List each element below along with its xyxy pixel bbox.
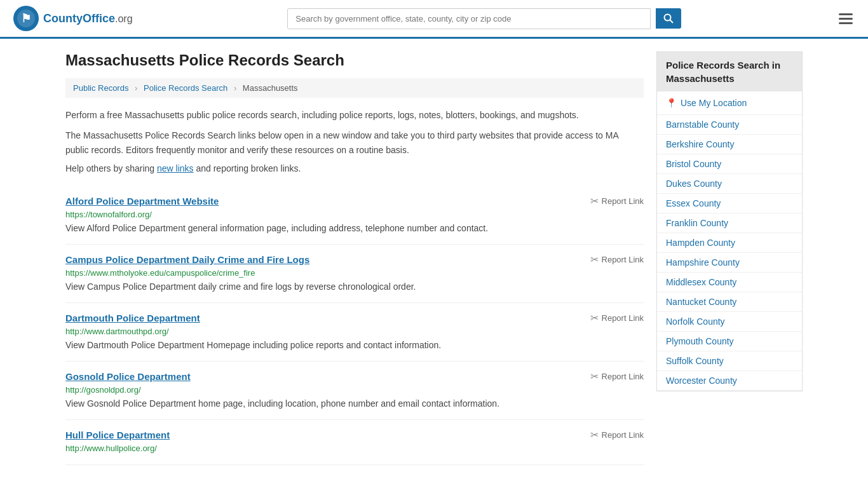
sidebar-county-9[interactable]: Nantucket County xyxy=(657,292,802,312)
result-desc-2: View Dartmouth Police Department Homepag… xyxy=(65,339,644,352)
report-label-4: Report Link xyxy=(602,430,644,440)
content-area: Massachusetts Police Records Search Publ… xyxy=(65,51,644,465)
sidebar-title: Police Records Search in Massachusetts xyxy=(657,52,802,92)
menu-button[interactable] xyxy=(836,11,855,27)
result-desc-0: View Alford Police Department general in… xyxy=(65,222,644,235)
report-label-0: Report Link xyxy=(602,196,644,206)
report-icon-2: ✂ xyxy=(590,312,599,324)
desc3-post: and reporting broken links. xyxy=(194,163,301,173)
sidebar-county-1[interactable]: Berkshire County xyxy=(657,135,802,154)
result-title-0[interactable]: Alford Police Department Website xyxy=(65,196,219,207)
description-1: Perform a free Massachusetts public poli… xyxy=(65,108,644,122)
sidebar-county-7[interactable]: Hampshire County xyxy=(657,253,802,273)
logo-name: CountyOffice xyxy=(43,12,115,25)
logo-text-area: CountyOffice.org xyxy=(43,12,133,25)
result-url-1[interactable]: https://www.mtholyoke.edu/campuspolice/c… xyxy=(65,268,644,278)
sidebar-county-5[interactable]: Franklin County xyxy=(657,214,802,233)
description-3: Help others by sharing new links and rep… xyxy=(65,163,644,173)
breadcrumb-police-records[interactable]: Police Records Search xyxy=(144,83,227,93)
sidebar-county-11[interactable]: Plymouth County xyxy=(657,332,802,351)
use-location-label: Use My Location xyxy=(681,98,747,108)
breadcrumb-state: Massachusetts xyxy=(243,83,298,93)
svg-point-3 xyxy=(665,15,671,21)
sidebar-county-12[interactable]: Suffolk County xyxy=(657,351,802,371)
result-header-2: Dartmouth Police Department ✂ Report Lin… xyxy=(65,312,644,324)
sidebar-county-8[interactable]: Middlesex County xyxy=(657,273,802,292)
search-button[interactable] xyxy=(656,8,681,29)
svg-line-4 xyxy=(670,20,674,24)
sidebar-county-2[interactable]: Bristol County xyxy=(657,154,802,174)
search-area xyxy=(287,8,681,29)
report-link-2[interactable]: ✂ Report Link xyxy=(590,312,644,324)
result-title-4[interactable]: Hull Police Department xyxy=(65,430,170,440)
result-title-1[interactable]: Campus Police Department Daily Crime and… xyxy=(65,254,309,265)
result-item: Gosnold Police Department ✂ Report Link … xyxy=(65,362,644,420)
search-input[interactable] xyxy=(287,8,651,29)
report-label-1: Report Link xyxy=(602,255,644,264)
new-links-link[interactable]: new links xyxy=(157,163,194,173)
sidebar-counties: Barnstable CountyBerkshire CountyBristol… xyxy=(657,115,802,391)
logo-icon: ⚑ xyxy=(13,5,39,32)
menu-bar-1 xyxy=(839,13,853,15)
result-header-3: Gosnold Police Department ✂ Report Link xyxy=(65,370,644,383)
result-url-0[interactable]: https://townofalford.org/ xyxy=(65,210,644,219)
sidebar-county-0[interactable]: Barnstable County xyxy=(657,115,802,135)
report-link-0[interactable]: ✂ Report Link xyxy=(590,195,644,207)
sidebar-county-4[interactable]: Essex County xyxy=(657,194,802,214)
report-icon-4: ✂ xyxy=(590,429,599,441)
location-icon: 📍 xyxy=(666,98,677,108)
report-icon-1: ✂ xyxy=(590,254,599,266)
breadcrumb: Public Records › Police Records Search ›… xyxy=(65,78,644,98)
report-link-1[interactable]: ✂ Report Link xyxy=(590,254,644,266)
desc3-pre: Help others by sharing xyxy=(65,163,157,173)
result-item: Dartmouth Police Department ✂ Report Lin… xyxy=(65,303,644,362)
report-link-4[interactable]: ✂ Report Link xyxy=(590,429,644,441)
menu-bar-3 xyxy=(839,22,853,24)
description-2: The Massachusetts Police Records Search … xyxy=(65,128,644,157)
result-url-4[interactable]: http://www.hullpolice.org/ xyxy=(65,444,644,453)
page-title: Massachusetts Police Records Search xyxy=(65,51,644,69)
sidebar-box: Police Records Search in Massachusetts 📍… xyxy=(656,51,803,391)
sidebar-county-6[interactable]: Hampden County xyxy=(657,233,802,253)
logo[interactable]: ⚑ CountyOffice.org xyxy=(13,5,133,32)
result-url-3[interactable]: http://gosnoldpd.org/ xyxy=(65,385,644,395)
sidebar: Police Records Search in Massachusetts 📍… xyxy=(656,51,803,465)
report-icon-0: ✂ xyxy=(590,195,599,207)
breadcrumb-sep-2: › xyxy=(234,83,236,93)
result-desc-3: View Gosnold Police Department home page… xyxy=(65,397,644,410)
result-item: Campus Police Department Daily Crime and… xyxy=(65,245,644,303)
breadcrumb-sep-1: › xyxy=(135,83,137,93)
results-list: Alford Police Department Website ✂ Repor… xyxy=(65,186,644,465)
report-label-3: Report Link xyxy=(602,372,644,381)
report-label-2: Report Link xyxy=(602,313,644,323)
result-url-2[interactable]: http://www.dartmouthpd.org/ xyxy=(65,327,644,336)
main-wrapper: Massachusetts Police Records Search Publ… xyxy=(53,39,815,478)
use-my-location-link[interactable]: 📍 Use My Location xyxy=(657,92,802,115)
result-header-1: Campus Police Department Daily Crime and… xyxy=(65,254,644,266)
logo-org: .org xyxy=(115,13,133,24)
sidebar-county-3[interactable]: Dukes County xyxy=(657,174,802,194)
result-desc-1: View Campus Police Department daily crim… xyxy=(65,280,644,294)
report-link-3[interactable]: ✂ Report Link xyxy=(590,370,644,383)
menu-bar-2 xyxy=(839,18,853,20)
result-title-3[interactable]: Gosnold Police Department xyxy=(65,371,191,382)
sidebar-county-10[interactable]: Norfolk County xyxy=(657,312,802,332)
sidebar-county-13[interactable]: Worcester County xyxy=(657,371,802,391)
breadcrumb-public-records[interactable]: Public Records xyxy=(73,83,128,93)
svg-text:⚑: ⚑ xyxy=(21,12,31,25)
result-item: Hull Police Department ✂ Report Link htt… xyxy=(65,420,644,465)
report-icon-3: ✂ xyxy=(590,370,599,383)
result-item: Alford Police Department Website ✂ Repor… xyxy=(65,186,644,245)
result-header-0: Alford Police Department Website ✂ Repor… xyxy=(65,195,644,207)
search-icon xyxy=(663,13,674,24)
result-title-2[interactable]: Dartmouth Police Department xyxy=(65,313,200,323)
result-header-4: Hull Police Department ✂ Report Link xyxy=(65,429,644,441)
site-header: ⚑ CountyOffice.org xyxy=(0,0,868,39)
